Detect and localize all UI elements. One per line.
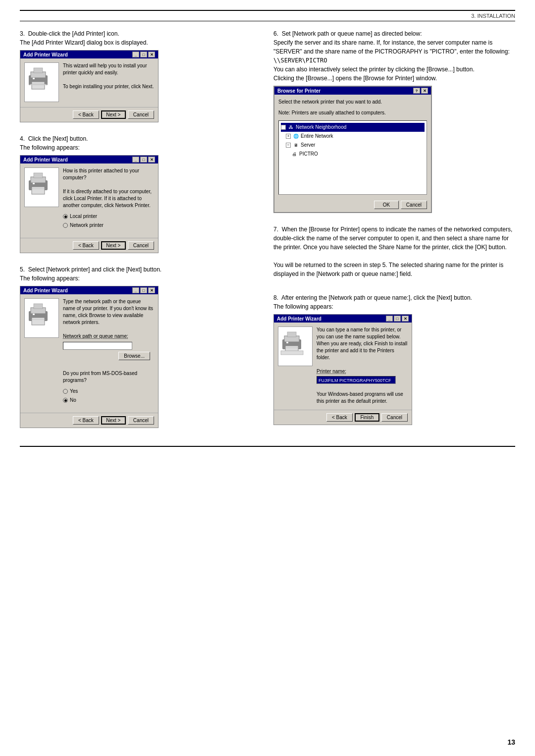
tree-pictro-label: PICTRO (299, 150, 318, 159)
page-header: 3. INSTALLATION (20, 13, 515, 21)
next-btn-step3[interactable]: Next > (101, 110, 126, 119)
ok-btn-browse[interactable]: OK (374, 201, 399, 209)
svg-rect-9 (32, 187, 45, 194)
back-btn-step8[interactable]: < Back (326, 413, 353, 422)
close-btn-4[interactable]: ✕ (148, 157, 155, 162)
step6-title: Set [Network path or queue name] as dire… (282, 30, 422, 37)
titlebar-buttons: _ □ ✕ (132, 52, 155, 57)
svg-rect-16 (33, 314, 35, 315)
printer-name-input[interactable]: FUJIFILM PICTROGRAPHY500TCF (317, 376, 396, 384)
page-number: 13 (507, 738, 515, 746)
wizard-text2-step8: Your Windows-based programs will use thi… (317, 391, 403, 404)
maximize-btn-5[interactable]: □ (140, 287, 147, 293)
step5-text: 5. Select [Network printer] and click th… (20, 265, 262, 283)
back-btn-step4[interactable]: < Back (73, 241, 99, 250)
maximize-btn[interactable]: □ (140, 52, 147, 57)
wizard-text2-step3: To begin installing your printer, click … (63, 84, 154, 89)
step3-number: 3. (20, 30, 26, 37)
svg-rect-18 (34, 304, 43, 309)
expand-server[interactable]: − (286, 143, 291, 148)
browse-title: Browse for Printer (277, 88, 321, 94)
step6-text3: Clicking the [Browse...] opens the [Brow… (273, 75, 437, 82)
cancel-btn-step3[interactable]: Cancel (128, 110, 154, 119)
expand-entire[interactable]: + (286, 134, 291, 139)
network-path-input[interactable] (63, 342, 132, 350)
cancel-btn-browse[interactable]: Cancel (401, 201, 427, 209)
wizard-titlebar-step8: Add Printer Wizard _ □ ✕ (274, 315, 412, 323)
cancel-btn-step4[interactable]: Cancel (128, 241, 154, 250)
close-btn[interactable]: ✕ (148, 52, 155, 57)
step8-block: 8. After entering the [Network path or q… (273, 293, 515, 425)
next-btn-step4[interactable]: Next > (101, 241, 126, 250)
browse-help-btn[interactable]: ? (413, 88, 420, 94)
wizard-content-step8: You can type a name for this printer, or… (317, 326, 408, 405)
svg-rect-25 (281, 351, 303, 355)
wizard-body-step8: You can type a name for this printer, or… (274, 323, 412, 409)
step7-number: 7. (273, 226, 280, 233)
step6-block: 6. Set [Network path or queue name] as d… (273, 29, 515, 213)
browse-close-btn[interactable]: ✕ (421, 88, 428, 94)
radio-yes[interactable]: Yes (63, 387, 154, 396)
top-rule (20, 10, 515, 11)
maximize-btn-8[interactable]: □ (394, 316, 401, 322)
tree-network-neighborhood[interactable]: − 🖧 Network Neighborhood (281, 123, 425, 132)
step8-subtitle: The following appears: (273, 303, 333, 310)
finish-btn-step8[interactable]: Finish (355, 413, 379, 422)
minimize-btn-4[interactable]: _ (132, 157, 139, 162)
titlebar-buttons-8: _ □ ✕ (386, 316, 409, 322)
wizard-text-step8: You can type a name for this printer, or… (317, 327, 407, 360)
wizard-title-step5: Add Printer Wizard (23, 288, 68, 293)
cancel-btn-step5[interactable]: Cancel (128, 416, 154, 425)
radio-local-dot (64, 216, 67, 218)
wizard-titlebar-step3: Add Printer Wizard _ □ ✕ (20, 51, 158, 58)
browse-btn-step5[interactable]: Browse... (118, 352, 150, 360)
close-btn-8[interactable]: ✕ (402, 316, 409, 322)
section-label: 3. INSTALLATION (471, 13, 515, 19)
left-column: 3. Double-click the [Add Printer] icon. … (20, 29, 262, 431)
tree-server-label: Server (301, 141, 315, 150)
step3-subtitle: The [Add Printer Wizard] dialog box is d… (20, 39, 148, 46)
cancel-btn-step8[interactable]: Cancel (381, 413, 408, 422)
step8-title: After entering the [Network path or queu… (281, 294, 472, 301)
wizard-body-step3: This wizard will help you to install you… (20, 58, 158, 106)
step7-content2: You will be returned to the screen in st… (273, 262, 503, 277)
step3-block: 3. Double-click the [Add Printer] icon. … (20, 29, 262, 122)
radio-local[interactable]: Local printer (63, 212, 154, 221)
wizard-dialog-step4: Add Printer Wizard _ □ ✕ (20, 155, 159, 253)
wizard-image-step4 (24, 167, 59, 207)
svg-rect-22 (286, 342, 288, 343)
minimize-btn-8[interactable]: _ (386, 316, 393, 322)
expand-network[interactable]: − (281, 125, 286, 130)
msdos-label: Do you print from MS-DOS-based programs? (63, 371, 137, 383)
browse-titlebar-btns: ? ✕ (413, 88, 428, 94)
wizard-image-step8 (278, 326, 313, 366)
tree-entire-network[interactable]: + 🌐 Entire Network (281, 132, 425, 141)
svg-rect-24 (287, 332, 296, 337)
back-btn-step3[interactable]: < Back (73, 110, 99, 119)
svg-rect-3 (33, 78, 35, 79)
svg-rect-15 (32, 318, 45, 325)
tree-pictro[interactable]: 🖨 PICTRO (281, 150, 425, 159)
close-btn-5[interactable]: ✕ (148, 287, 155, 293)
back-btn-step5[interactable]: < Back (73, 416, 99, 425)
wizard-titlebar-step4: Add Printer Wizard _ □ ✕ (20, 156, 158, 163)
step4-block: 4. Click the [Next] button. The followin… (20, 134, 262, 253)
radio-network-circle (63, 223, 68, 228)
tree-server[interactable]: − 🖥 Server (281, 141, 425, 150)
radio-no[interactable]: No (63, 396, 154, 405)
radio-network[interactable]: Network printer (63, 221, 154, 230)
radio-yes-circle (63, 389, 68, 394)
radio-local-circle (63, 214, 68, 219)
divider-step4 (20, 238, 158, 238)
wizard-content-step3: This wizard will help you to install you… (63, 62, 154, 102)
next-btn-step5[interactable]: Next > (101, 416, 126, 425)
svg-rect-6 (30, 84, 47, 85)
minimize-btn-5[interactable]: _ (132, 287, 139, 293)
minimize-btn[interactable]: _ (132, 52, 139, 57)
tree-view[interactable]: − 🖧 Network Neighborhood + 🌐 Entire Netw… (278, 120, 427, 195)
wizard-body-step4: How is this printer attached to your com… (20, 163, 158, 237)
step7-text: 7. When the [Browse for Printer] opens t… (273, 225, 515, 278)
maximize-btn-4[interactable]: □ (140, 157, 147, 162)
titlebar-buttons-4: _ □ ✕ (132, 157, 155, 162)
wizard-content-step4: How is this printer attached to your com… (63, 167, 154, 233)
